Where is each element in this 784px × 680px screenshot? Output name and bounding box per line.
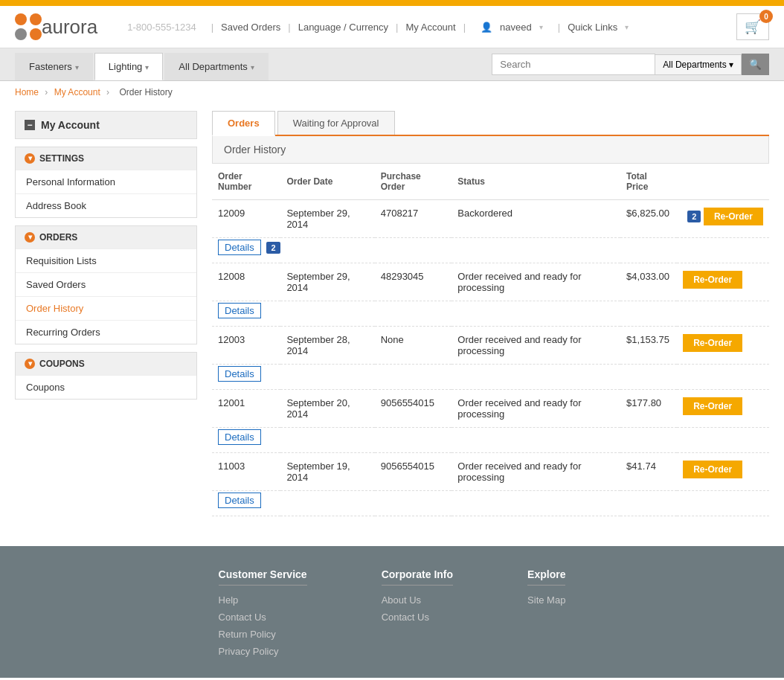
- reorder-button[interactable]: Re-Order: [683, 461, 742, 478]
- details-link[interactable]: Details: [218, 303, 261, 318]
- order-number-cell: 12001: [212, 390, 280, 428]
- details-cell: Details: [212, 365, 769, 390]
- sidebar-coupons-title[interactable]: ▾ COUPONS: [16, 353, 196, 375]
- order-status-cell: Backordered: [452, 200, 620, 238]
- order-actions-cell: Re-Order: [677, 263, 769, 301]
- nav-bar: Fasteners▾ Lighting▾ All Departments▾ Al…: [0, 48, 784, 81]
- order-total-cell: $41.74: [620, 453, 677, 491]
- language-currency-link[interactable]: Language / Currency: [298, 22, 388, 33]
- divider-5: |: [558, 22, 560, 33]
- order-po-cell: 9056554015: [375, 453, 452, 491]
- sidebar-item-personal-info[interactable]: Personal Information: [16, 170, 196, 193]
- order-po-cell: 4708217: [375, 200, 452, 238]
- settings-chevron-icon: ▾: [25, 153, 35, 164]
- details-link[interactable]: Details: [218, 493, 261, 508]
- phone-number: 1-800-555-1234: [127, 22, 196, 33]
- user-name-link[interactable]: naveed: [500, 22, 532, 33]
- all-dept-arrow: ▾: [251, 63, 254, 71]
- breadcrumb-my-account[interactable]: My Account: [54, 87, 100, 97]
- reorder-button[interactable]: Re-Order: [683, 271, 742, 289]
- search-button[interactable]: 🔍: [742, 54, 769, 75]
- nav-tab-all-departments[interactable]: All Departments▾: [164, 53, 268, 80]
- sidebar-item-coupons[interactable]: Coupons: [16, 375, 196, 399]
- details-row: Details: [212, 365, 769, 390]
- footer-grid: Customer ServiceHelpContact UsReturn Pol…: [57, 568, 727, 663]
- logo[interactable]: aurora: [15, 13, 97, 40]
- sidebar-section-coupons: ▾ COUPONS Coupons: [15, 352, 197, 400]
- quick-links-link[interactable]: Quick Links: [568, 22, 617, 33]
- order-number-cell: 12009: [212, 200, 280, 238]
- order-total-cell: $177.80: [620, 390, 677, 428]
- footer-link[interactable]: Return Policy: [219, 629, 307, 640]
- search-input[interactable]: [492, 54, 655, 75]
- nav-tab-lighting[interactable]: Lighting▾: [94, 53, 164, 80]
- breadcrumb-sep-2: ›: [106, 87, 109, 97]
- order-po-cell: None: [375, 327, 452, 365]
- sidebar-orders-title[interactable]: ▾ ORDERS: [16, 226, 196, 248]
- order-date-cell: September 28, 2014: [280, 327, 374, 365]
- nav-tab-fasteners[interactable]: Fasteners▾: [15, 53, 93, 80]
- tab-waiting-approval[interactable]: Waiting for Approval: [277, 111, 395, 135]
- order-number-cell: 11003: [212, 453, 280, 491]
- details-link[interactable]: Details: [218, 429, 261, 445]
- order-number-cell: 12008: [212, 263, 280, 301]
- sidebar-settings-title[interactable]: ▾ SETTINGS: [16, 147, 196, 170]
- sidebar-item-requisition-lists[interactable]: Requisition Lists: [16, 248, 196, 272]
- details-row: Details 2: [212, 238, 769, 263]
- order-date-cell: September 20, 2014: [280, 390, 374, 428]
- order-po-cell: 48293045: [375, 263, 452, 301]
- details-link[interactable]: Details: [218, 366, 261, 382]
- details-cell: Details: [212, 301, 769, 327]
- breadcrumb-home[interactable]: Home: [15, 87, 39, 97]
- col-status: Status: [452, 164, 620, 200]
- tab-orders[interactable]: Orders: [212, 111, 275, 136]
- footer-link[interactable]: Contact Us: [382, 612, 453, 623]
- orders-chevron-icon: ▾: [25, 232, 35, 243]
- footer-col: Corporate InfoAbout UsContact Us: [382, 568, 453, 663]
- nav-search: All Departments ▾ 🔍: [492, 48, 769, 80]
- sidebar-item-recurring-orders[interactable]: Recurring Orders: [16, 320, 196, 344]
- sidebar-section-settings: ▾ SETTINGS Personal Information Address …: [15, 147, 197, 218]
- reorder-button[interactable]: Re-Order: [683, 334, 742, 352]
- footer-link[interactable]: Contact Us: [219, 612, 307, 623]
- breadcrumb-sep-1: ›: [45, 87, 48, 97]
- cart-button[interactable]: 🛒 0: [736, 13, 769, 40]
- divider-3: |: [396, 22, 398, 33]
- search-department-dropdown[interactable]: All Departments ▾: [655, 54, 742, 75]
- footer-link[interactable]: Help: [219, 594, 307, 606]
- order-badge: 2: [687, 211, 701, 222]
- order-status-cell: Order received and ready for processing: [452, 390, 620, 428]
- sidebar-collapse-icon[interactable]: −: [25, 120, 35, 130]
- order-status-cell: Order received and ready for processing: [452, 327, 620, 365]
- order-date-cell: September 29, 2014: [280, 200, 374, 238]
- sidebar-item-order-history[interactable]: Order History: [16, 296, 196, 320]
- my-account-link[interactable]: My Account: [405, 22, 455, 33]
- breadcrumb: Home › My Account › Order History: [0, 81, 784, 103]
- divider-2: |: [288, 22, 290, 33]
- sidebar-title: My Account: [41, 119, 100, 131]
- cart-icon: 🛒: [745, 19, 761, 35]
- details-link[interactable]: Details: [218, 240, 261, 255]
- header-links: 1-800-555-1234 | Saved Orders | Language…: [120, 22, 736, 33]
- dept-arrow: ▾: [729, 60, 733, 70]
- footer-col: ExploreSite Map: [527, 568, 565, 663]
- search-icon: 🔍: [749, 59, 762, 70]
- quick-links-arrow: ▾: [625, 23, 629, 31]
- saved-orders-link[interactable]: Saved Orders: [221, 22, 280, 33]
- tabs-row: Orders Waiting for Approval: [212, 111, 769, 136]
- fasteners-arrow: ▾: [75, 63, 79, 71]
- table-row: 12001 September 20, 2014 9056554015 Orde…: [212, 390, 769, 428]
- footer-col: Customer ServiceHelpContact UsReturn Pol…: [219, 568, 307, 663]
- details-cell: Details: [212, 491, 769, 516]
- reorder-button[interactable]: Re-Order: [704, 208, 763, 225]
- footer-link[interactable]: Privacy Policy: [219, 646, 307, 657]
- header: aurora 1-800-555-1234 | Saved Orders | L…: [0, 6, 784, 48]
- reorder-button[interactable]: Re-Order: [683, 397, 742, 415]
- details-badge: 2: [266, 242, 280, 254]
- sidebar-item-saved-orders[interactable]: Saved Orders: [16, 272, 196, 296]
- footer-link[interactable]: Site Map: [527, 594, 565, 606]
- order-status-cell: Order received and ready for processing: [452, 263, 620, 301]
- sidebar-item-address-book[interactable]: Address Book: [16, 193, 196, 217]
- details-row: Details: [212, 428, 769, 453]
- footer-link[interactable]: About Us: [382, 594, 453, 606]
